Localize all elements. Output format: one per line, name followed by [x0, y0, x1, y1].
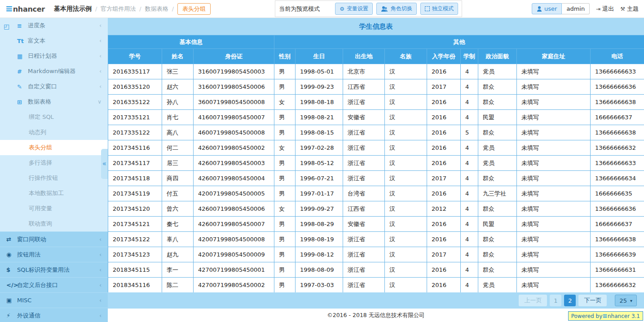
sidebar-item-progress[interactable]: ≡ 进度条 ‹ — [0, 18, 108, 33]
sidebar-item-window-link[interactable]: ⇄ 窗口间联动 ‹ — [0, 231, 108, 247]
table-cell: 群众 — [478, 79, 517, 95]
table-row[interactable]: 2016335117张三316007199805450003男1998-05-0… — [108, 64, 644, 79]
table-cell: 1998-08-21 — [296, 110, 343, 125]
column-header[interactable]: 家庭住址 — [517, 49, 591, 64]
backend-api-icon: </> — [6, 282, 17, 288]
table-cell: 男 — [274, 110, 296, 125]
table-cell: 1997-03-03 — [296, 278, 343, 293]
column-header[interactable]: 学号 — [108, 49, 162, 64]
table-row[interactable]: 2017335121肖七416007199805450007男1998-08-2… — [108, 110, 644, 125]
table-cell: 浙江省 — [343, 232, 385, 247]
preview-mode-box: 当前为预览模式 ⚙ 变量设置 角色切换 独立模式 — [275, 0, 462, 17]
sidebar-item-peripheral[interactable]: ⚡ 外设通信 ‹ — [0, 308, 108, 322]
breadcrumb-item-datatable[interactable]: 数据表格 — [145, 5, 168, 13]
column-header[interactable]: 名族 — [385, 49, 427, 64]
table-row[interactable]: 2017345116何二426007199805450002女1997-02-2… — [108, 140, 644, 156]
sidebar-item-button-usage[interactable]: ◉ 按钮用法 ‹ — [0, 247, 108, 262]
table-row[interactable]: 2017345120曾六426007199805450006女1999-09-2… — [108, 201, 644, 217]
sidebar-item-data-table[interactable]: ⊞ 数据表格 ∨ — [0, 94, 108, 109]
expand-icon[interactable]: ◰ — [4, 23, 9, 30]
admin-role-box[interactable]: admin — [562, 3, 590, 14]
table-cell: 汉 — [385, 171, 427, 186]
table-row[interactable]: 2018345115李一427007199805450001男1998-08-0… — [108, 262, 644, 278]
breadcrumb-active-header-group[interactable]: 表头分组 — [177, 3, 211, 15]
table-cell: 浙江省 — [343, 156, 385, 171]
logo[interactable]: ≡nhancer — [5, 4, 45, 13]
page-size-select[interactable]: 25 ▾ — [615, 295, 637, 306]
table-row[interactable]: 2016335120赵六316007199805450006男1999-09-2… — [108, 79, 644, 95]
column-header[interactable]: 生日 — [296, 49, 343, 64]
table-cell: 群众 — [478, 247, 517, 262]
table-cell: 九三学社 — [478, 186, 517, 201]
table-row[interactable]: 2018345116陈二427007199805450002男1997-03-0… — [108, 278, 644, 293]
sidebar-sub-variables[interactable]: 可用变量 — [0, 201, 108, 216]
table-cell: 5 — [461, 125, 478, 140]
table-row[interactable]: 2017345122辜八420071998054500008男1998-08-1… — [108, 232, 644, 247]
table-cell: 未填写 — [517, 201, 591, 217]
column-header[interactable]: 性别 — [274, 49, 296, 64]
column-header[interactable]: 出生地 — [343, 49, 385, 64]
table-cell: 浙江省 — [343, 95, 385, 110]
breadcrumb-separator: / — [139, 5, 141, 12]
user-button[interactable]: user — [532, 3, 562, 14]
page-button-2[interactable]: 2 — [564, 295, 576, 306]
next-page-button[interactable]: 下一页 — [578, 295, 607, 306]
sidebar-sub-header-group[interactable]: 表头分组 — [0, 140, 108, 155]
sidebar-item-label: 日程计划器 — [28, 52, 99, 60]
table-cell: 2016 — [427, 110, 461, 125]
sidebar-item-scheduler[interactable]: ▦ 日程计划器 ‹ — [0, 48, 108, 64]
table-cell: 426007199805450004 — [194, 171, 274, 186]
standalone-mode-button[interactable]: 独立模式 — [420, 3, 458, 15]
sidebar-sub-multi-select[interactable]: 多行选择 — [0, 155, 108, 170]
sidebar-collapse-handle[interactable]: « — [101, 149, 108, 179]
table-row[interactable]: 2017345118商四426007199805450004男1996-07-2… — [108, 171, 644, 186]
table-cell: 427007199805450001 — [194, 262, 274, 278]
powered-by-badge[interactable]: Powered by ≡nhancer 3.1 — [568, 311, 643, 321]
theme-button[interactable]: ⚒ 主题 — [620, 5, 639, 13]
sidebar-item-markdown[interactable]: # Markdown编辑器 ‹ — [0, 64, 108, 79]
table-group-row: 基本信息其他 — [108, 35, 644, 49]
sidebar-item-richtext[interactable]: Tt 富文本 ‹ — [0, 33, 108, 48]
role-switch-button[interactable]: 角色切换 — [376, 3, 417, 15]
sidebar-item-sql-identifier[interactable]: $ SQL标识符变量用法 ‹ — [0, 262, 108, 277]
table-cell: 浙江省 — [343, 262, 385, 278]
table-row[interactable]: 2016335122孙八360071998054500008女1998-08-1… — [108, 95, 644, 110]
table-cell: 党员 — [478, 278, 517, 293]
column-header[interactable]: 学制 — [461, 49, 478, 64]
table-row[interactable]: 2017345121秦七426007199805450007男1998-08-2… — [108, 217, 644, 232]
table-cell: 4 — [461, 232, 478, 247]
sidebar-item-misc[interactable]: ▣ MISC ‹ — [0, 292, 108, 308]
page-button-1[interactable]: 1 — [550, 295, 561, 306]
sidebar-sub-dynamic-columns[interactable]: 动态列 — [0, 125, 108, 140]
table-cell: 安徽省 — [343, 110, 385, 125]
user-group: user admin — [532, 3, 590, 14]
column-header[interactable]: 姓名 — [162, 49, 194, 64]
column-header[interactable]: 入学年份 — [427, 49, 461, 64]
column-group-header[interactable]: 基本信息 — [108, 35, 274, 49]
column-header[interactable]: 身份证 — [194, 49, 274, 64]
sidebar-sub-row-actions[interactable]: 行操作按钮 — [0, 170, 108, 186]
table-cell: 未填写 — [517, 110, 591, 125]
sidebar-item-custom-window[interactable]: ✎ 自定义窗口 ‹ — [0, 79, 108, 94]
breadcrumb-item-components[interactable]: 官方组件用法 — [101, 5, 136, 13]
sidebar-sub-bind-sql[interactable]: 绑定 SQL — [0, 109, 108, 125]
column-group-header[interactable]: 其他 — [274, 35, 644, 49]
table-row[interactable]: 2017345123赵九420071998054500009男1999-08-1… — [108, 247, 644, 262]
sidebar-sub-local-data[interactable]: 本地数据加工 — [0, 186, 108, 201]
column-header[interactable]: 政治面貌 — [478, 49, 517, 64]
column-header[interactable]: 电话 — [591, 49, 644, 64]
logout-button[interactable]: ⇥ 退出 — [596, 5, 614, 13]
sidebar-sub-linked-query[interactable]: 联动查询 — [0, 216, 108, 231]
table-cell: 426007199805450006 — [194, 201, 274, 217]
variable-settings-button[interactable]: ⚙ 变量设置 — [335, 3, 373, 15]
prev-page-button[interactable]: 上一页 — [519, 295, 547, 306]
table-row[interactable]: 2017345117居三426007199805450003男1998-05-1… — [108, 156, 644, 171]
table-cell: 男 — [274, 156, 296, 171]
table-cell: 2016335122 — [108, 95, 162, 110]
table-row[interactable]: 2017335122高八460071998054500008男1998-08-1… — [108, 125, 644, 140]
table-row[interactable]: 2017345119付五420071998054500005男1997-01-1… — [108, 186, 644, 201]
sidebar-item-backend-api[interactable]: </> 自定义后台接口 ‹ — [0, 277, 108, 292]
table-cell: 2017345119 — [108, 186, 162, 201]
table-cell: 汉 — [385, 79, 427, 95]
breadcrumb-item-root[interactable]: 基本用法示例 — [54, 5, 92, 13]
